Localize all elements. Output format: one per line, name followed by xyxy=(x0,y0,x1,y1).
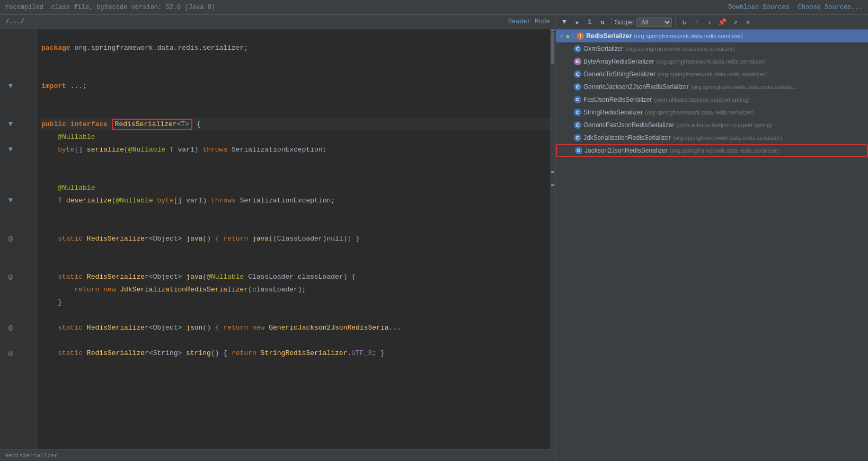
lt2: <Object> xyxy=(149,273,182,281)
class-generic: GenericJackson2JsonRedisSeria... xyxy=(269,324,401,332)
keyword-return4: return xyxy=(232,349,256,357)
gutter-collapse-interface[interactable]: ▼ xyxy=(0,118,21,130)
type-classloader: ClassLoader xyxy=(248,273,294,281)
line-num xyxy=(21,347,37,359)
tree-pkg-genericjackson2: (org.springframework.data.redis.serializ… xyxy=(691,84,798,90)
tree-name-genericfast: GenericFastJsonRedisSerializer xyxy=(583,121,674,129)
lt1: <Object> xyxy=(149,235,182,243)
toolbar-up-button[interactable]: ↑ xyxy=(692,17,702,28)
keyword-new: new xyxy=(103,286,116,294)
tree-name-string: StringRedisSerializer xyxy=(583,109,643,116)
line-num xyxy=(21,92,37,105)
method-string: string xyxy=(186,349,211,357)
toolbar-pin-button[interactable]: 📌 xyxy=(717,17,728,28)
parens1: () xyxy=(202,235,211,243)
toolbar-refresh-button[interactable]: ↻ xyxy=(679,17,689,28)
code-line-deserialize: T deserialize(@Nullable byte[] var1) thr… xyxy=(41,194,550,207)
line-num xyxy=(21,169,37,181)
class-jdk: JdkSerializationRedisSerializer xyxy=(120,286,248,294)
code-line-interface: public interface RedisSerializer<T> { xyxy=(41,118,550,130)
tree-item-string[interactable]: C StringRedisSerializer (org.springframe… xyxy=(556,106,868,119)
toolbar-down-button[interactable]: ↓ xyxy=(704,17,715,28)
class-string: StringRedisSerializer xyxy=(261,349,348,357)
keyword-static3: static xyxy=(58,324,83,332)
code-line-annotation2: @Nullable xyxy=(41,181,550,194)
tree-item-root[interactable]: ▼ ★ 1 I RedisSerializer (org.springframe… xyxy=(556,30,868,42)
line-num xyxy=(21,194,37,207)
scroll-thumb[interactable] xyxy=(551,32,554,64)
icon-class-genericjackson2: C xyxy=(574,83,581,91)
keyword-import: import xyxy=(41,82,66,90)
brace3: { xyxy=(215,324,219,332)
toolbar-close-button[interactable]: ✕ xyxy=(742,17,753,28)
reader-mode-button[interactable]: Reader Mode xyxy=(508,18,550,25)
line-numbers xyxy=(21,29,37,449)
gutter-collapse-serialize[interactable]: ▼ xyxy=(0,143,21,156)
gutter-cell xyxy=(0,92,21,105)
line-num xyxy=(21,245,37,258)
line-num xyxy=(21,283,37,296)
tree-name-generictostring: GenericToStringSerializer xyxy=(583,70,656,78)
method-java1: java xyxy=(186,235,202,243)
toolbar-number-button[interactable]: 1 xyxy=(584,17,595,28)
field-utf8: UTF_8 xyxy=(351,349,372,357)
tree-item-jdk[interactable]: C JdkSerializationRedisSerializer (org.s… xyxy=(556,131,868,144)
tree-pkg-generictostring: (org.springframework.data.redis.serializ… xyxy=(658,71,767,77)
cast: ((ClassLoader)null); xyxy=(269,235,351,243)
tree-item-bytearray[interactable]: E ByteArrayRedisSerializer (org.springfr… xyxy=(556,55,868,68)
gutter-collapse-import[interactable]: ▼ xyxy=(0,79,21,92)
tree-item-genericjackson2[interactable]: C GenericJackson2JsonRedisSerializer (or… xyxy=(556,81,868,93)
code-line-close1: } xyxy=(41,296,550,308)
scope-select[interactable]: All Project Module xyxy=(636,17,672,27)
interface-name: RedisSerializer xyxy=(115,120,177,128)
tree-pkg-oxm: (org.springframework.data.redis.serializ… xyxy=(625,46,734,52)
tree-item-oxm[interactable]: C OxmSerializer (org.springframework.dat… xyxy=(556,42,868,55)
code-lines-container: ▼ ▼ ▼ ▼ @ @ @ @ xyxy=(0,29,555,449)
gutter-cell xyxy=(0,207,21,219)
gutter-cell xyxy=(0,54,21,67)
code-line xyxy=(41,92,550,105)
tree-item-generictostring[interactable]: C GenericToStringSerializer (org.springf… xyxy=(556,68,868,81)
gutter-collapse-deserialize[interactable]: ▼ xyxy=(0,194,21,207)
gutter-cell xyxy=(0,283,21,296)
keyword-static2: static xyxy=(58,273,83,281)
tree-name-bytearray: ByteArrayRedisSerializer xyxy=(583,58,654,65)
num-badge-root: 1 xyxy=(571,33,574,39)
method-java2: java xyxy=(186,273,202,281)
gutter-cell xyxy=(0,258,21,270)
tree-item-genericfast[interactable]: C GenericFastJsonRedisSerializer (com.al… xyxy=(556,119,868,131)
package-name: org.springframework.data.redis.serialize… xyxy=(74,44,248,52)
line-num xyxy=(21,156,37,169)
keyword-interface: interface xyxy=(70,120,108,128)
method-deserialize: deserialize xyxy=(66,197,112,205)
toolbar-star-button[interactable]: ★ xyxy=(572,17,582,28)
line-num xyxy=(21,67,37,79)
brace1: { xyxy=(215,235,219,243)
icon-class-bytearray: E xyxy=(574,58,581,65)
semicolon: ; xyxy=(372,349,376,357)
toolbar-sort-button[interactable]: ⇅ xyxy=(597,17,608,28)
choose-sources-link[interactable]: Choose Sources... xyxy=(798,4,863,11)
gutter-cell xyxy=(0,105,21,118)
status-bar: RedisSerializer xyxy=(0,449,555,461)
tree-item-jackson2[interactable]: C Jackson2JsonRedisSerializer (org.sprin… xyxy=(556,144,868,157)
gutter-cell xyxy=(0,245,21,258)
open-brace2: { xyxy=(351,273,356,281)
file-path: /.../ xyxy=(5,18,24,25)
tree-item-fastjson[interactable]: C FastJsonRedisSerializer (com.alibaba.f… xyxy=(556,93,868,106)
close-brace2: } xyxy=(58,298,62,306)
icon-class-genericfast: C xyxy=(574,121,581,129)
keyword-package: package xyxy=(41,44,70,52)
line-num xyxy=(21,143,37,156)
brace4: { xyxy=(223,349,227,357)
scope-label: Scope: xyxy=(615,19,634,26)
open-brace: { xyxy=(197,120,201,128)
scroll-track[interactable] xyxy=(550,29,555,449)
tree-pkg-jdk: (org.springframework.data.redis.serializ… xyxy=(673,135,782,141)
download-sources-link[interactable]: Download Sources xyxy=(728,4,789,11)
icon-interface-root: I xyxy=(577,32,584,40)
toolbar-expand-button[interactable]: ▼ xyxy=(559,17,570,28)
line-num xyxy=(21,79,37,92)
toolbar-export-button[interactable]: ↗ xyxy=(730,17,740,28)
gutter-cell xyxy=(0,296,21,308)
